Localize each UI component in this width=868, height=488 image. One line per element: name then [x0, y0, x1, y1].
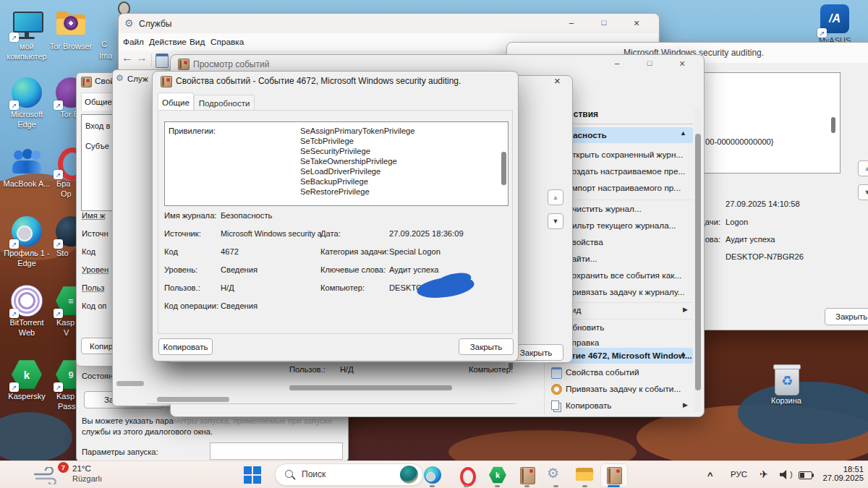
- copy-button[interactable]: Копировать: [158, 338, 213, 355]
- horizontal-scrollbar[interactable]: [289, 385, 452, 390]
- tab-details[interactable]: Подробности: [194, 95, 255, 111]
- desktop-icon-edge-profile[interactable]: ↗: [11, 215, 43, 247]
- language-indicator[interactable]: РУС: [731, 470, 747, 479]
- console-window-icon[interactable]: [156, 53, 169, 68]
- screen: ↗ мой компьютер ↗ Microsoft Edge MacBook…: [0, 0, 868, 488]
- menu-view[interactable]: Вид: [190, 37, 205, 47]
- taskbar-event-viewer-active[interactable]: [600, 463, 628, 487]
- nav-up-button-right[interactable]: ▲: [858, 160, 868, 176]
- pane-item-attach-task-to-event[interactable]: Привязать задачу к событи...: [566, 384, 681, 394]
- field-label: Дата:: [320, 229, 341, 238]
- vertical-scrollbar[interactable]: [831, 117, 835, 133]
- gear-icon: ⚙: [116, 73, 124, 83]
- service-params-input[interactable]: [210, 442, 343, 460]
- menu-action[interactable]: Действие: [149, 37, 187, 47]
- menu-file[interactable]: Файл: [123, 37, 144, 47]
- nav-down-button[interactable]: ▼: [548, 213, 563, 229]
- close-button[interactable]: ×: [626, 17, 647, 29]
- weather-widget[interactable]: 7 21°C Rüzgarlı: [4, 461, 120, 487]
- folder-front-icon: [576, 472, 593, 481]
- profile-avatar-icon: [426, 472, 435, 481]
- desktop-icon-label: Kasp: [56, 392, 75, 401]
- desktop-icon-macbook-app[interactable]: [11, 146, 43, 178]
- menu-help[interactable]: Справка: [210, 37, 244, 47]
- desktop-icon-myasus[interactable]: /A ↗: [819, 4, 851, 36]
- desktop-icon-recycle-bin[interactable]: ♻: [770, 364, 802, 395]
- windows-logo-icon: [244, 466, 252, 474]
- front-dialog-title: Свойства событий - Событие 4672, Microso…: [176, 76, 461, 86]
- taskbar-edge[interactable]: [424, 466, 441, 484]
- copy-item-icon: [551, 401, 559, 410]
- desktop-icon-my-computer[interactable]: ↗: [11, 9, 43, 40]
- pane-item-copy[interactable]: Копировать: [566, 401, 612, 411]
- tab-label: Общие: [162, 98, 190, 107]
- pane-item-save-all-events[interactable]: Сохранить все события как...: [566, 270, 681, 281]
- active-indicator: [608, 485, 620, 487]
- privileges-scrollbar-thumb[interactable]: [501, 152, 506, 185]
- search-placeholder: Поиск: [302, 469, 326, 479]
- pane-item-clear-log[interactable]: Очистить журнал...: [566, 204, 642, 214]
- clock[interactable]: 18:51 27.09.2025: [817, 465, 864, 482]
- pane-item-attach-task-to-log[interactable]: Привязать задачу к журналу...: [566, 287, 684, 297]
- event-viewer-icon: [81, 77, 92, 87]
- horizontal-scrollbar[interactable]: [116, 381, 144, 386]
- nav-down-button-right[interactable]: ▼: [858, 184, 868, 200]
- field-value: Special Logon: [389, 247, 441, 256]
- search-box[interactable]: Поиск: [275, 463, 423, 486]
- taskbar-explorer[interactable]: [576, 466, 595, 484]
- maximize-button[interactable]: □: [639, 59, 660, 67]
- pane-item-create-custom-view[interactable]: Создать настраиваемое пре...: [566, 166, 685, 176]
- pane-item-open-saved-log[interactable]: Открыть сохраненный журн...: [566, 150, 683, 160]
- close-icon[interactable]: ×: [554, 74, 561, 87]
- desktop-icon-label: Tor Browser: [45, 42, 97, 51]
- battery-fill: [800, 473, 804, 478]
- shortcut-arrow-icon: ↗: [54, 170, 63, 179]
- close-button[interactable]: Закрыть: [459, 338, 514, 355]
- running-indicator: [464, 485, 469, 487]
- field-label: Код: [82, 247, 95, 256]
- pane-item-filter-current-log[interactable]: Фильтр текущего журнала...: [566, 221, 676, 231]
- shortcut-arrow-icon: ↗: [9, 309, 19, 318]
- field-label: Компьютер:: [320, 283, 365, 292]
- desktop-icon-label: BitTorrent: [0, 318, 54, 327]
- taskbar-services[interactable]: ⚙: [547, 465, 566, 484]
- desktop-icon-tor-folder[interactable]: [55, 9, 87, 40]
- taskbar-event-viewer[interactable]: [519, 466, 536, 484]
- field-value: Аудит успеха: [726, 235, 775, 244]
- battery-icon[interactable]: [799, 471, 812, 479]
- tab-general[interactable]: Общие: [158, 93, 194, 111]
- start-button[interactable]: [244, 466, 261, 484]
- pane-item-import-custom-view[interactable]: Импорт настраиваемого пр...: [566, 183, 681, 193]
- collapse-arrow-icon[interactable]: ▲: [680, 350, 686, 357]
- close-button[interactable]: ×: [671, 58, 693, 69]
- minimize-button[interactable]: −: [606, 59, 628, 69]
- horizontal-scrollbar[interactable]: [157, 397, 229, 402]
- airplane-mode-icon[interactable]: ✈: [760, 468, 768, 480]
- field-label: Имя ж: [82, 211, 105, 220]
- close-button-right-dialog[interactable]: Закрыть: [825, 308, 868, 325]
- toolbar-separator: [151, 53, 152, 67]
- desktop-icon-bittorrent[interactable]: ↗: [11, 285, 43, 317]
- maximize-button[interactable]: □: [593, 18, 615, 27]
- tab-general-back[interactable]: Общие: [81, 93, 116, 111]
- search-daily-image[interactable]: [400, 466, 418, 484]
- pane-item-event-properties[interactable]: Свойства событий: [566, 367, 639, 377]
- nav-up-button[interactable]: ▲: [548, 189, 563, 205]
- event-viewer-title: Просмотр событий: [193, 59, 269, 69]
- close-button-label: Закрыть: [520, 348, 552, 357]
- windows-logo-icon: [253, 476, 261, 484]
- taskbar-opera[interactable]: [458, 466, 475, 484]
- privilege-item: SeRestorePrivilege: [300, 187, 370, 196]
- desktop-icon-kaspersky[interactable]: k ↗: [11, 359, 43, 390]
- taskbar-kaspersky[interactable]: k: [489, 466, 506, 484]
- shortcut-arrow-icon: ↗: [54, 382, 63, 392]
- pane-scrollbar-thumb[interactable]: [695, 134, 701, 390]
- event-viewer-icon: [520, 467, 535, 484]
- desktop-icon-edge[interactable]: ↗: [11, 77, 43, 108]
- collapse-arrow-icon[interactable]: ▲: [680, 129, 686, 137]
- back-arrow-icon[interactable]: ←: [122, 51, 133, 64]
- running-indicator: [524, 485, 529, 487]
- tray-chevron-icon[interactable]: ^: [707, 470, 713, 481]
- forward-arrow-icon[interactable]: →: [136, 51, 148, 64]
- minimize-button[interactable]: −: [561, 18, 582, 29]
